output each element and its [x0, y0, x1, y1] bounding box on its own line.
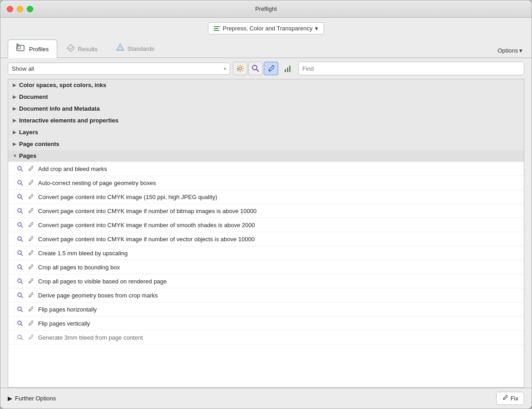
- list-item[interactable]: Generate 3mm bleed from page content: [8, 331, 524, 345]
- preflight-window: Preflight Prepress, Color and Transparen…: [0, 0, 532, 409]
- search-sub-icon: [15, 164, 25, 173]
- category-document-info[interactable]: ▶ Document info and Metadata: [8, 103, 524, 115]
- titlebar: Preflight: [0, 0, 532, 18]
- search-icon-button[interactable]: [248, 62, 263, 75]
- svg-rect-10: [287, 68, 288, 72]
- tab-standards-label: Standards: [128, 45, 154, 52]
- category-pages[interactable]: ▼ Pages: [8, 150, 524, 162]
- search-sub-icon: [15, 291, 25, 300]
- list-item[interactable]: Add crop and bleed marks: [8, 162, 524, 176]
- search-sub-icon: [15, 319, 25, 328]
- fix-sub-icon: [26, 248, 35, 258]
- chart-icon-button[interactable]: [281, 62, 296, 75]
- item-label: Convert page content into CMYK image if …: [38, 208, 256, 214]
- label-color-spaces: Color spaces, spot colors, inks: [19, 82, 519, 88]
- tab-profiles[interactable]: Profiles: [8, 39, 57, 58]
- arrow-color-spaces: ▶: [13, 83, 19, 88]
- showall-dropdown[interactable]: Show all ▾: [8, 63, 230, 75]
- item-label: Crop all pages to visible based on rende…: [38, 278, 167, 285]
- svg-point-21: [18, 209, 21, 212]
- svg-marker-4: [117, 44, 124, 50]
- profile-dropdown[interactable]: Prepress, Color and Transparency ▾: [208, 22, 325, 34]
- fix-sub-icon: [26, 333, 35, 342]
- item-label: Create 1.5 mm bleed by upscaling: [38, 250, 128, 257]
- tree-container[interactable]: ▶ Color spaces, spot colors, inks ▶ Docu…: [8, 79, 524, 388]
- settings-icon-button[interactable]: [233, 62, 247, 75]
- svg-point-12: [18, 166, 21, 170]
- search-sub-icon: [15, 192, 25, 201]
- item-label: Convert page content into CMYK image if …: [38, 236, 255, 243]
- list-item[interactable]: Crop all pages to visible based on rende…: [8, 274, 524, 288]
- further-options-label: Further Options: [15, 395, 56, 402]
- fix-button[interactable]: Fix: [496, 392, 524, 405]
- bars-icon: [214, 26, 220, 31]
- options-button[interactable]: Options ▾: [496, 44, 524, 58]
- fix-sub-icon: [26, 178, 35, 187]
- svg-line-49: [21, 338, 23, 340]
- list-item[interactable]: Convert page content into CMYK image if …: [8, 204, 524, 218]
- label-page-contents: Page contents: [19, 141, 519, 147]
- list-item[interactable]: Flip pages horizontally: [8, 302, 524, 316]
- svg-point-24: [18, 223, 21, 226]
- svg-rect-1: [18, 46, 20, 49]
- label-layers: Layers: [19, 129, 519, 136]
- find-input[interactable]: [298, 62, 524, 75]
- svg-point-50: [29, 338, 30, 339]
- svg-line-7: [256, 69, 259, 72]
- category-color-spaces[interactable]: ▶ Color spaces, spot colors, inks: [8, 79, 524, 91]
- svg-point-29: [29, 240, 30, 241]
- list-item[interactable]: Crop all pages to bounding box: [8, 260, 524, 274]
- main-content: ▶ Color spaces, spot colors, inks ▶ Docu…: [8, 79, 524, 388]
- svg-point-26: [29, 226, 30, 227]
- list-item[interactable]: Flip pages vertically: [8, 316, 524, 331]
- svg-point-38: [29, 282, 30, 283]
- list-item[interactable]: Convert page content into CMYK image (15…: [8, 190, 524, 204]
- svg-line-37: [21, 282, 23, 284]
- svg-line-19: [21, 198, 23, 200]
- arrow-interactive: ▶: [13, 118, 19, 123]
- svg-point-14: [29, 170, 30, 170]
- list-item[interactable]: Create 1.5 mm bleed by upscaling: [8, 246, 524, 260]
- category-layers[interactable]: ▶ Layers: [8, 127, 524, 138]
- close-button[interactable]: [7, 6, 13, 12]
- arrow-document: ▶: [13, 94, 19, 99]
- further-options-arrow: ▶: [8, 395, 12, 402]
- svg-rect-11: [289, 66, 291, 72]
- search-sub-icon: [15, 220, 25, 229]
- item-label: Flip pages horizontally: [38, 306, 97, 313]
- item-label: Crop all pages to bounding box: [38, 264, 120, 271]
- svg-point-48: [18, 335, 21, 339]
- options-label: Options: [498, 47, 518, 54]
- search-sub-icon: [15, 206, 25, 215]
- maximize-button[interactable]: [27, 6, 33, 12]
- list-item[interactable]: Derive page geometry boxes from crop mar…: [8, 288, 524, 302]
- list-item[interactable]: Convert page content into CMYK image if …: [8, 232, 524, 246]
- search-sub-icon: [15, 263, 25, 272]
- controls-bar: Show all ▾: [0, 58, 532, 79]
- svg-point-45: [18, 321, 21, 325]
- list-item[interactable]: Convert page content into CMYK image if …: [8, 218, 524, 232]
- search-sub-icon: [15, 333, 25, 342]
- category-document[interactable]: ▶ Document: [8, 91, 524, 103]
- fix-sub-icon: [26, 305, 35, 314]
- showall-arrow: ▾: [224, 66, 226, 71]
- toolbar: Prepress, Color and Transparency ▾: [0, 18, 532, 39]
- category-page-contents[interactable]: ▶ Page contents: [8, 138, 524, 150]
- list-item[interactable]: Auto-correct nesting of page geometry bo…: [8, 176, 524, 190]
- further-options[interactable]: ▶ Further Options: [8, 395, 56, 402]
- svg-line-22: [21, 212, 23, 214]
- minimize-button[interactable]: [17, 6, 23, 12]
- arrow-pages: ▼: [13, 153, 19, 158]
- tab-results[interactable]: Results: [58, 40, 106, 58]
- label-document: Document: [19, 93, 519, 100]
- wrench-icon-button[interactable]: [264, 62, 278, 75]
- item-label: Convert page content into CMYK image (15…: [38, 194, 217, 200]
- tab-standards[interactable]: Standards: [107, 39, 163, 58]
- tab-profiles-label: Profiles: [29, 46, 49, 53]
- svg-point-35: [29, 268, 30, 269]
- fix-sub-icon: [26, 220, 35, 229]
- tab-results-label: Results: [78, 46, 97, 53]
- svg-line-25: [21, 226, 23, 228]
- standards-icon: [116, 43, 125, 54]
- category-interactive[interactable]: ▶ Interactive elements and properties: [8, 115, 524, 127]
